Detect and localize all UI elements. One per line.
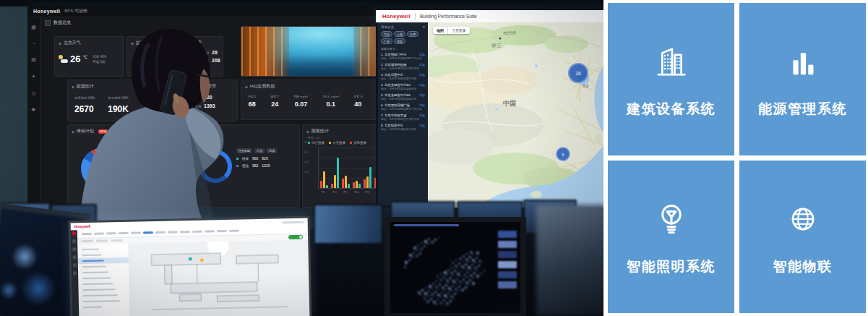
- background-monitor: [314, 204, 383, 244]
- toggle-switch: [288, 235, 303, 239]
- analytics-monitor: [384, 217, 526, 316]
- page: Honeywell BPS 驾驶舱 ▦ ◔ ▤ ✦ ◎ ✚ 数据总览 ◈北京天气…: [0, 0, 868, 316]
- honeywell-logo: Honeywell: [74, 224, 90, 228]
- floorplan-canvas: [128, 240, 309, 316]
- dot-cluster: [399, 232, 486, 307]
- tile-building-systems[interactable]: 建筑设备系统: [608, 3, 734, 155]
- feature-tiles: 建筑设备系统 能源管理系统 智能照明系统: [603, 0, 868, 316]
- tile-label: 智能物联: [773, 257, 833, 276]
- analytics-screen: [390, 222, 520, 313]
- tile-smart-iot[interactable]: 智能物联: [739, 161, 866, 313]
- tile-smart-lighting[interactable]: 智能照明系统: [608, 161, 734, 313]
- globe-icon: [782, 198, 824, 240]
- tile-energy-management[interactable]: 能源管理系统: [739, 3, 866, 155]
- lightbulb-icon: [650, 198, 692, 240]
- workstation-monitor: Honeywell: [69, 216, 312, 316]
- blurred-monitor: [536, 205, 603, 316]
- tile-label: 智能照明系统: [627, 257, 716, 276]
- control-room-photo: Honeywell BPS 驾驶舱 ▦ ◔ ▤ ✦ ◎ ✚ 数据总览 ◈北京天气…: [0, 0, 603, 316]
- config-app-screen: Honeywell: [71, 218, 310, 316]
- tree-panel: [77, 244, 130, 316]
- tile-label: 能源管理系统: [758, 100, 847, 119]
- screen-title-blob: [394, 224, 459, 226]
- side-panel-blobs: [498, 231, 517, 289]
- building-icon: [650, 40, 692, 82]
- bar-chart-icon: [782, 40, 824, 82]
- user-menu-blob: [283, 221, 304, 223]
- tile-label: 建筑设备系统: [627, 100, 716, 119]
